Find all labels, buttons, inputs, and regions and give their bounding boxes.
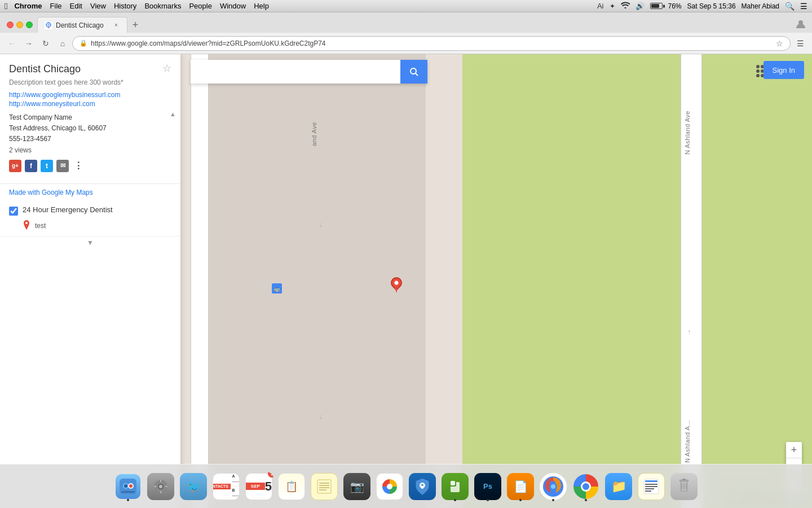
layer-pin-label: test: [35, 222, 46, 230]
bluetooth-icon: ✦: [610, 2, 615, 10]
traffic-lights: [5, 21, 37, 33]
menu-history[interactable]: History: [114, 2, 136, 10]
menu-edit[interactable]: Edit: [70, 2, 82, 10]
dock-calendar[interactable]: SEP 5 1: [244, 472, 273, 501]
sidebar-company: Test Company Name: [9, 112, 171, 123]
user-profile-button[interactable]: [794, 17, 807, 30]
chrome-dock-icon: [572, 473, 599, 500]
sidebar-link-1[interactable]: http://www.googlemybusinessurl.com: [9, 91, 171, 99]
twitter-button[interactable]: t: [41, 160, 53, 172]
menu-bar-right: Ai ✦ 🔊 76% Sat Sep 5 15:36 Maher Abiad 🔍…: [597, 2, 807, 11]
menu-chrome[interactable]: Chrome: [14, 2, 42, 10]
sidebar-star-button[interactable]: ☆: [162, 62, 171, 75]
address-bar: ← → ↻ ⌂ 🔒 https://www.google.com/maps/d/…: [0, 33, 812, 54]
scroll-down-arrow: ▼: [87, 239, 94, 247]
dock-evernote[interactable]: [440, 472, 470, 501]
menu-window[interactable]: Window: [220, 2, 246, 10]
new-tab-button[interactable]: +: [127, 17, 143, 33]
map-search-button[interactable]: [400, 60, 427, 84]
reload-button[interactable]: ↻: [38, 36, 53, 51]
dock-textedit[interactable]: [637, 472, 666, 501]
dock-pages[interactable]: 📄: [506, 472, 535, 501]
share-button[interactable]: ⋮: [72, 160, 85, 172]
datetime: Sat Sep 5 15:36: [687, 2, 736, 10]
chrome-window: Dentist Chicago × + ← → ↻ ⌂ 🔒 https://ww…: [0, 12, 812, 508]
address-bar-right: ☰: [793, 36, 807, 51]
notification-icon[interactable]: ☰: [800, 2, 807, 11]
chrome-running-dot: [585, 499, 587, 501]
facebook-button[interactable]: f: [25, 160, 37, 172]
home-button[interactable]: ⌂: [55, 36, 70, 51]
pages-running-dot: [519, 499, 522, 501]
sidebar-scroll-up-button[interactable]: ▲: [170, 111, 176, 117]
sign-in-button[interactable]: Sign In: [764, 61, 804, 79]
dock-notepad[interactable]: [310, 472, 339, 501]
menu-help[interactable]: Help: [254, 2, 269, 10]
sidebar-views: 2 views: [9, 146, 171, 154]
menu-view[interactable]: View: [90, 2, 106, 10]
dock-twitterrific[interactable]: 🐦: [179, 472, 208, 501]
address-book-icon: CONTACTS A ───── B ─────: [213, 473, 240, 500]
map-search-input[interactable]: [191, 67, 400, 76]
dock-chrome[interactable]: [571, 472, 601, 501]
dock-firefox[interactable]: [539, 472, 568, 501]
apps-dot: [756, 65, 760, 68]
search-menu-icon[interactable]: 🔍: [785, 2, 795, 11]
svg-rect-18: [165, 486, 167, 487]
evernote-running-dot: [454, 499, 456, 501]
dock-1password[interactable]: [408, 472, 437, 501]
tab-bar: Dentist Chicago × +: [0, 12, 812, 33]
dock-files[interactable]: 📁: [604, 472, 633, 501]
layer-checkbox[interactable]: [9, 207, 18, 216]
bookmark-star-icon[interactable]: ☆: [776, 39, 783, 48]
url-bar[interactable]: 🔒 https://www.google.com/maps/d/viewer?m…: [72, 36, 791, 51]
finder-running-dot: [127, 499, 129, 501]
close-window-button[interactable]: [7, 21, 14, 28]
reminders-icon: 📋: [278, 473, 305, 500]
tab-close-button[interactable]: ×: [112, 21, 120, 29]
svg-point-4: [411, 68, 416, 74]
photos-icon: [376, 473, 403, 500]
layer-name: 24 Hour Emergency Dentist: [23, 205, 113, 214]
menu-people[interactable]: People: [189, 2, 211, 10]
layer-pin-icon: [23, 220, 30, 231]
forward-button[interactable]: →: [21, 36, 36, 51]
calendar-icon: SEP 5: [245, 473, 272, 500]
south-arrow-1: ↓: [319, 221, 323, 229]
dock-address-book[interactable]: CONTACTS A ───── B ─────: [211, 472, 241, 501]
finder-icon: [116, 474, 140, 499]
fullscreen-window-button[interactable]: [26, 21, 33, 28]
username: Maher Abiad: [742, 2, 779, 10]
sidebar-top: Dentist Chicago ☆ ▲ Description text goe…: [0, 54, 180, 184]
active-tab[interactable]: Dentist Chicago ×: [37, 17, 127, 33]
dock-photos[interactable]: [375, 472, 404, 501]
street-label-ashland-2: N Ashland A...: [684, 420, 691, 463]
dock-system-preferences[interactable]: [146, 472, 175, 501]
dock-trash[interactable]: [669, 472, 699, 501]
map-marker[interactable]: [391, 277, 402, 293]
menu-file[interactable]: File: [50, 2, 62, 10]
made-with-link[interactable]: Made with Google My Maps: [0, 184, 180, 201]
apple-menu[interactable]: : [5, 1, 7, 11]
dock-finder[interactable]: [113, 472, 143, 501]
photoshop-icon: Ps: [474, 473, 501, 500]
apps-dot: [756, 69, 760, 73]
lock-icon: 🔒: [80, 40, 87, 47]
minimize-window-button[interactable]: [16, 21, 23, 28]
south-arrow-2: ↓: [319, 413, 323, 421]
svg-line-5: [416, 73, 418, 76]
dock-photoshop[interactable]: Ps: [473, 472, 502, 501]
dock-reminders[interactable]: 📋: [277, 472, 306, 501]
dock-photo-booth[interactable]: 📷: [342, 472, 372, 501]
menu-bar:  Chrome File Edit View History Bookmark…: [0, 0, 812, 12]
back-button[interactable]: ←: [5, 36, 19, 51]
map-container[interactable]: and Ave N Ashland Ave N Ashland A... N ↓…: [0, 54, 812, 508]
menu-bookmarks[interactable]: Bookmarks: [144, 2, 181, 10]
sidebar-scroll-bottom-button[interactable]: ▼: [0, 236, 180, 249]
chrome-settings-button[interactable]: ☰: [793, 36, 807, 51]
sidebar-link-2[interactable]: http://www.moneysiteurl.com: [9, 100, 171, 108]
email-button[interactable]: ✉: [56, 160, 69, 172]
sidebar-phone: 555-123-4567: [9, 134, 171, 144]
google-plus-button[interactable]: g+: [9, 160, 21, 172]
zoom-in-button[interactable]: +: [786, 442, 802, 458]
